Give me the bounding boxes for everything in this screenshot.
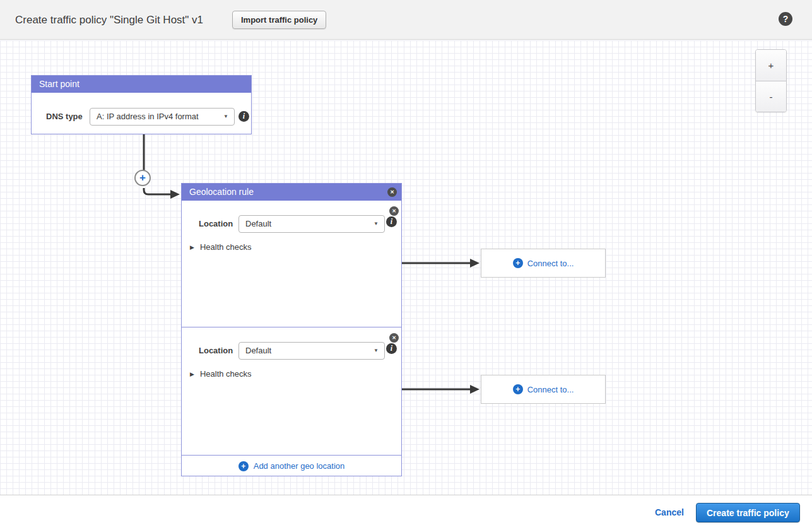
- connect-to-label: Connect to...: [527, 385, 574, 394]
- location-select[interactable]: Default ▼: [238, 215, 385, 233]
- dns-type-select[interactable]: A: IP address in IPv4 format ▼: [90, 108, 235, 126]
- arrowhead-connect-2: [470, 385, 480, 394]
- plus-icon: +: [238, 461, 249, 471]
- arrowhead-connect-1: [470, 259, 480, 268]
- geo-location-section-1: ✕ Location Default ▼ i ▶ Health checks: [182, 201, 401, 327]
- geolocation-rule-node: Geolocation rule ✕ ✕ Location Default ▼ …: [181, 183, 402, 476]
- cancel-button[interactable]: Cancel: [655, 507, 684, 517]
- arrowhead-geo-rule: [170, 190, 180, 199]
- create-traffic-policy-button[interactable]: Create traffic policy: [696, 503, 800, 522]
- policy-canvas[interactable]: + - Start point DNS type A: IP address i…: [0, 40, 812, 495]
- connect-to-box-2[interactable]: + Connect to...: [481, 375, 606, 404]
- chevron-down-icon: ▼: [374, 343, 379, 359]
- connector-elbow-to-geo-rule: [144, 188, 170, 194]
- start-point-header: Start point: [32, 76, 251, 93]
- plus-icon: +: [513, 258, 523, 268]
- add-another-geo-location-button[interactable]: + Add another geo location: [182, 455, 401, 476]
- insert-rule-plus-button[interactable]: +: [134, 170, 151, 186]
- health-checks-label: Health checks: [200, 369, 252, 379]
- import-traffic-policy-button[interactable]: Import traffic policy: [232, 11, 326, 29]
- close-icon[interactable]: ✕: [387, 187, 397, 197]
- add-another-geo-location-label: Add another geo location: [254, 461, 345, 471]
- location-label: Location: [199, 215, 233, 233]
- health-checks-toggle[interactable]: ▶ Health checks: [190, 242, 252, 252]
- zoom-out-button[interactable]: -: [756, 81, 786, 112]
- page-title: Create traffic policy "Single Git Host" …: [15, 0, 203, 40]
- location-info-icon[interactable]: i: [386, 343, 397, 354]
- location-select[interactable]: Default ▼: [238, 342, 385, 360]
- help-icon[interactable]: ?: [779, 12, 792, 26]
- geo-location-section-2: ✕ Location Default ▼ i ▶ Health checks: [182, 327, 401, 455]
- location-selected-value: Default: [245, 346, 271, 355]
- chevron-down-icon: ▼: [374, 216, 379, 232]
- connect-to-box-1[interactable]: + Connect to...: [481, 249, 606, 278]
- connect-to-label: Connect to...: [527, 259, 574, 268]
- dns-type-label: DNS type: [46, 108, 83, 126]
- dns-type-selected-value: A: IP address in IPv4 format: [97, 112, 199, 121]
- geolocation-rule-header: Geolocation rule ✕: [182, 184, 401, 201]
- location-selected-value: Default: [245, 219, 271, 228]
- start-point-node: Start point DNS type A: IP address in IP…: [31, 75, 252, 134]
- geolocation-rule-title: Geolocation rule: [189, 187, 254, 197]
- zoom-in-button[interactable]: +: [756, 50, 786, 81]
- location-info-icon[interactable]: i: [386, 216, 397, 227]
- top-header-bar: Create traffic policy "Single Git Host" …: [0, 0, 812, 40]
- location-label: Location: [199, 342, 233, 360]
- disclosure-triangle-icon: ▶: [190, 371, 194, 377]
- close-icon[interactable]: ✕: [389, 206, 399, 216]
- traffic-policy-editor: Create traffic policy "Single Git Host" …: [0, 0, 812, 530]
- close-icon[interactable]: ✕: [389, 333, 399, 343]
- zoom-controls: + -: [755, 49, 787, 112]
- plus-icon: +: [513, 384, 523, 394]
- start-point-body: DNS type A: IP address in IPv4 format ▼ …: [32, 93, 251, 134]
- chevron-down-icon: ▼: [223, 109, 228, 125]
- health-checks-toggle[interactable]: ▶ Health checks: [190, 369, 252, 379]
- disclosure-triangle-icon: ▶: [190, 244, 194, 250]
- dns-type-info-icon[interactable]: i: [238, 111, 249, 122]
- health-checks-label: Health checks: [200, 242, 252, 252]
